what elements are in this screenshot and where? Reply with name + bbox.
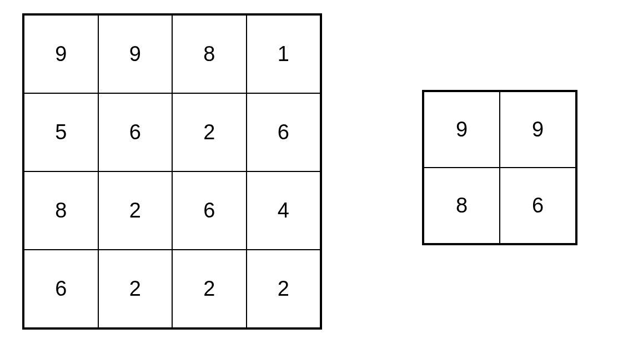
grid-cell: 6 [247,93,321,171]
grid-cell: 2 [98,171,173,250]
grid-cell: 2 [247,250,321,328]
grid-cell: 6 [24,250,98,328]
grid-cell: 6 [500,168,576,244]
grid-cell: 6 [98,93,173,171]
grid-cell: 9 [98,15,173,93]
grid-cell: 8 [172,15,247,93]
grid-cell: 9 [24,15,98,93]
grid-cell: 2 [98,250,173,328]
grid-cell: 8 [424,168,500,244]
grid-cell: 4 [247,171,321,250]
grid-cell: 8 [24,171,98,250]
small-grid: 9 9 8 6 [422,90,577,245]
grid-cell: 2 [172,250,247,328]
grid-cell: 9 [424,92,500,168]
grid-cell: 6 [172,171,247,250]
grid-cell: 1 [247,15,321,93]
grid-cell: 9 [500,92,576,168]
grid-cell: 5 [24,93,98,171]
large-grid: 9 9 8 1 5 6 2 6 8 2 6 4 6 2 2 2 [22,13,322,330]
grid-cell: 2 [172,93,247,171]
